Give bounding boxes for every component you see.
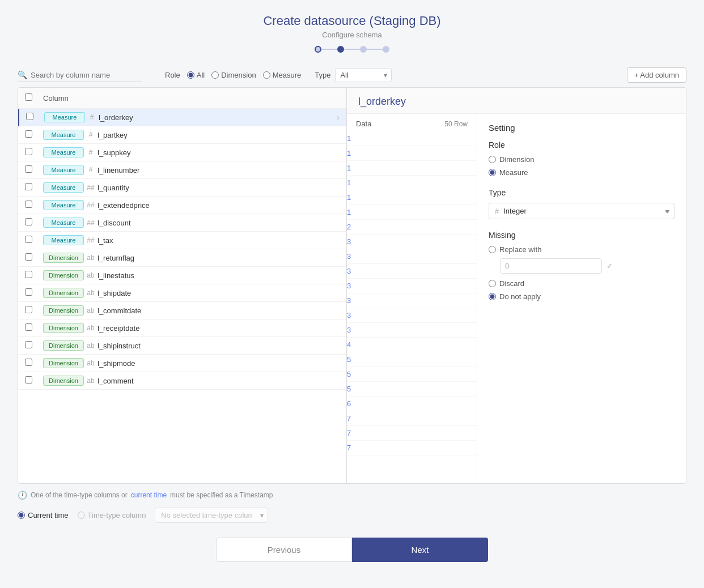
radio-dimension[interactable]: Dimension	[211, 71, 256, 79]
table-row[interactable]: Measure ## l_extendedprice	[18, 197, 346, 214]
role-badge: Measure	[43, 130, 84, 140]
row-checkbox[interactable]	[25, 341, 32, 348]
role-filter: Role All Dimension Measure	[165, 71, 301, 79]
row-checkbox[interactable]	[25, 236, 32, 243]
row-checkbox[interactable]	[25, 183, 32, 190]
role-badge: Dimension	[43, 305, 84, 316]
role-badge: Dimension	[43, 340, 84, 351]
columns-list: Measure # l_orderkey › Measure # l_partk…	[18, 109, 346, 390]
role-badge: Dimension	[43, 376, 84, 386]
detail-title: l_orderkey	[358, 96, 675, 108]
nav-buttons: Previous Next	[18, 538, 686, 562]
column-name: l_shipmode	[97, 359, 340, 368]
list-item: 1	[347, 205, 477, 220]
role-badge: Measure	[43, 165, 84, 175]
row-checkbox[interactable]	[25, 271, 32, 278]
data-values-container: 11111123333333455567777	[347, 131, 477, 460]
row-checkbox[interactable]	[25, 218, 32, 225]
table-row[interactable]: Measure ## l_quantity	[18, 179, 346, 197]
step-line-3	[367, 49, 383, 50]
table-row[interactable]: Dimension ab l_returnflag	[18, 249, 346, 267]
row-checkbox[interactable]	[25, 288, 32, 296]
data-section-header: Data 50 Row	[347, 114, 477, 131]
role-badge: Measure	[43, 147, 84, 157]
radio-all[interactable]: All	[187, 71, 205, 79]
missing-discard-option[interactable]: Discard	[489, 279, 675, 288]
replace-input-row: ✓	[500, 258, 675, 274]
table-row[interactable]: Measure ## l_tax	[18, 232, 346, 249]
previous-button[interactable]: Previous	[216, 538, 352, 562]
time-type-column-radio[interactable]: Time-type column	[78, 511, 146, 519]
role-dimension-option[interactable]: Dimension	[489, 155, 675, 164]
table-row[interactable]: Dimension ab l_receiptdate	[18, 319, 346, 337]
data-section: Data 50 Row 11111123333333455567777	[347, 114, 477, 483]
table-row[interactable]: Measure # l_orderkey ›	[18, 109, 346, 126]
role-badge: Measure	[43, 235, 84, 245]
table-row[interactable]: Dimension ab l_shipdate	[18, 284, 346, 302]
row-checkbox[interactable]	[25, 376, 32, 384]
type-icon: ab	[84, 271, 97, 279]
search-box[interactable]: 🔍	[18, 68, 142, 82]
list-item: 3	[347, 249, 477, 264]
role-badge: Dimension	[43, 253, 84, 263]
row-checkbox[interactable]	[25, 253, 32, 261]
list-item: 1	[347, 176, 477, 190]
clock-icon: 🕐	[18, 491, 27, 500]
table-row[interactable]: Dimension ab l_shipinstruct	[18, 337, 346, 355]
list-item: 3	[347, 279, 477, 293]
list-item: 5	[347, 367, 477, 382]
role-badge: Measure	[43, 182, 84, 193]
row-checkbox[interactable]	[25, 165, 32, 173]
columns-header: Column	[18, 88, 346, 109]
table-row[interactable]: Dimension ab l_linestatus	[18, 267, 346, 284]
current-time-radio[interactable]: Current time	[18, 511, 69, 519]
current-time-link[interactable]: current time	[131, 491, 167, 499]
type-select[interactable]: All Integer String Float	[335, 68, 392, 82]
row-checkbox[interactable]	[25, 359, 32, 366]
bottom-bar: 🕐 One of the time-type columns or curren…	[18, 484, 686, 526]
list-item: 1	[347, 146, 477, 161]
table-row[interactable]: Dimension ab l_shipmode	[18, 355, 346, 372]
search-icon: 🔍	[18, 70, 27, 79]
select-all-checkbox[interactable]	[25, 93, 32, 101]
row-checkbox[interactable]	[25, 323, 32, 331]
table-row[interactable]: Dimension ab l_commitdate	[18, 302, 346, 319]
step-3	[360, 46, 367, 53]
role-setting-group: Role Dimension Measure	[489, 140, 675, 177]
column-name: l_comment	[97, 377, 340, 385]
row-checkbox[interactable]	[25, 148, 32, 155]
table-row[interactable]: Measure # l_suppkey	[18, 144, 346, 161]
type-setting-label: Type	[489, 188, 675, 197]
data-label: Data	[356, 120, 371, 128]
table-row[interactable]: Measure # l_partkey	[18, 126, 346, 144]
note-suffix: must be specified as a Timestamp	[170, 491, 273, 499]
row-checkbox[interactable]	[25, 306, 32, 313]
do-not-apply-label: Do not apply	[499, 292, 541, 301]
missing-replace-option[interactable]: Replace with	[489, 245, 675, 254]
time-type-select[interactable]: No selected time-type column	[155, 508, 268, 523]
table-row[interactable]: Measure # l_linenumber	[18, 161, 346, 179]
replace-value-input[interactable]	[500, 258, 602, 274]
table-row[interactable]: Measure ## l_discount	[18, 214, 346, 232]
role-measure-option[interactable]: Measure	[489, 168, 675, 177]
add-column-button[interactable]: + Add column	[627, 67, 686, 83]
missing-do-not-apply-option[interactable]: Do not apply	[489, 292, 675, 301]
row-checkbox[interactable]	[25, 130, 32, 138]
setting-section: Setting Role Dimension Measure	[477, 114, 686, 483]
table-row[interactable]: Dimension ab l_comment	[18, 372, 346, 390]
column-name: l_returnflag	[97, 254, 340, 262]
search-input[interactable]	[31, 71, 138, 79]
row-checkbox[interactable]	[25, 201, 32, 208]
next-button[interactable]: Next	[352, 538, 488, 562]
main-area: Column Measure # l_orderkey › Measure # …	[18, 87, 686, 484]
radio-measure[interactable]: Measure	[263, 71, 302, 79]
type-setting-group: Type # Integer ▾	[489, 188, 675, 219]
page-subtitle: Configure schema	[263, 31, 440, 39]
type-filter-label: Type	[315, 71, 330, 79]
right-panel: l_orderkey Data 50 Row 11111123333333455…	[347, 88, 686, 483]
column-name: l_quantity	[97, 184, 340, 192]
row-checkbox[interactable]	[26, 113, 33, 120]
type-icon: ab	[84, 359, 97, 367]
role-badge: Dimension	[43, 358, 84, 368]
type-icon: ab	[84, 254, 97, 262]
